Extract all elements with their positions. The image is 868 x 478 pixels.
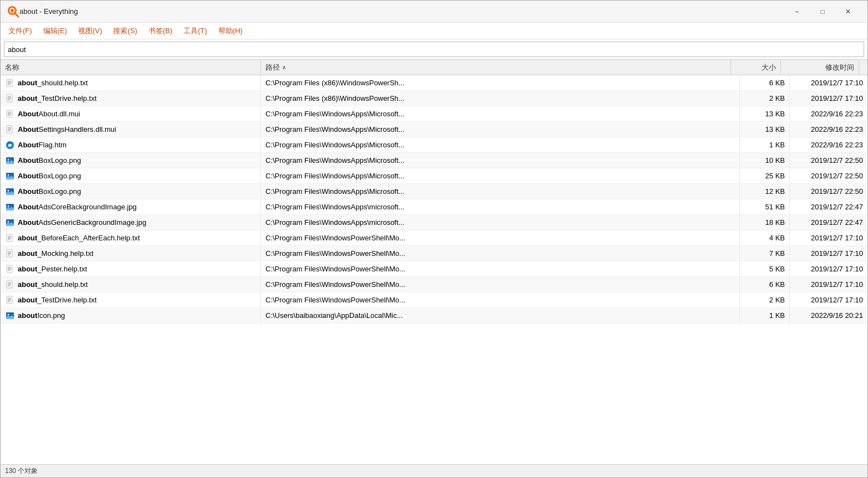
file-modified-cell: 2019/12/7 22:47: [790, 215, 867, 230]
table-row[interactable]: about_BeforeEach_AfterEach.help.txtC:\Pr…: [1, 230, 867, 246]
menu-item-edit[interactable]: 编辑(E): [38, 24, 73, 38]
file-size-cell: 5 KB: [740, 261, 790, 276]
menu-bar: 文件(F)编辑(E)视图(V)搜索(S)书签(B)工具(T)帮助(H): [1, 23, 867, 39]
svg-rect-36: [8, 236, 11, 237]
txt-file-icon: [5, 280, 15, 290]
svg-rect-11: [8, 97, 11, 98]
maximize-button[interactable]: □: [810, 3, 835, 20]
file-path-cell: C:\Program Files\WindowsApps\microsoft..…: [261, 199, 740, 214]
img-file-icon: [5, 202, 15, 212]
table-row[interactable]: AboutAdsCoreBackgroundImage.jpgC:\Progra…: [1, 199, 867, 215]
file-name-cell: AboutAdsCoreBackgroundImage.jpg: [1, 199, 261, 214]
file-name-cell: about_TestDrive.help.txt: [1, 91, 261, 106]
file-name-cell: AboutBoxLogo.png: [1, 184, 261, 199]
column-header-name[interactable]: 名称: [1, 60, 261, 75]
file-modified-cell: 2019/12/7 17:10: [790, 75, 867, 90]
file-name-cell: about_TestDrive.help.txt: [1, 292, 261, 307]
column-header-size[interactable]: 大小: [731, 60, 781, 75]
svg-rect-43: [8, 254, 11, 254]
table-row[interactable]: AboutBoxLogo.pngC:\Program Files\Windows…: [1, 184, 867, 199]
file-name-cell: about_Mocking.help.txt: [1, 246, 261, 261]
file-path-cell: C:\Program Files\WindowsApps\Microsoft..…: [261, 184, 740, 199]
file-size-cell: 13 KB: [740, 106, 790, 121]
file-size-cell: 10 KB: [740, 153, 790, 168]
txt-file-icon: [5, 94, 15, 104]
minimize-button[interactable]: –: [784, 3, 810, 20]
table-row[interactable]: about_should.help.txtC:\Program Files\Wi…: [1, 277, 867, 292]
img-file-icon: [5, 171, 15, 181]
file-path-cell: C:\Program Files\WindowsApps\Microsoft..…: [261, 153, 740, 168]
file-name-cell: about_Pester.help.txt: [1, 261, 261, 276]
file-path-cell: C:\Program Files\WindowsPowerShell\Mo...: [261, 261, 740, 276]
svg-rect-15: [8, 112, 11, 112]
window-controls: – □ ✕: [784, 3, 861, 20]
menu-item-view[interactable]: 视图(V): [73, 24, 108, 38]
table-row[interactable]: AboutFlag.htmC:\Program Files\WindowsApp…: [1, 137, 867, 153]
table-row[interactable]: about_Mocking.help.txtC:\Program Files\W…: [1, 246, 867, 261]
file-path-cell: C:\Program Files\WindowsPowerShell\Mo...: [261, 246, 740, 261]
file-name-cell: AboutAdsGenericBackgroundImage.jpg: [1, 215, 261, 230]
menu-item-bookmarks[interactable]: 书签(B): [143, 24, 178, 38]
svg-rect-10: [8, 96, 11, 97]
svg-rect-20: [8, 127, 11, 128]
svg-rect-49: [8, 270, 10, 271]
svg-rect-41: [8, 251, 11, 252]
file-path-cell: C:\Program Files\WindowsPowerShell\Mo...: [261, 277, 740, 292]
img-file-icon: [5, 156, 15, 166]
file-size-cell: 12 KB: [740, 184, 790, 199]
svg-rect-5: [8, 81, 11, 81]
table-row[interactable]: AboutBoxLogo.pngC:\Program Files\Windows…: [1, 153, 867, 168]
svg-rect-16: [8, 113, 11, 114]
search-input[interactable]: [4, 42, 864, 57]
menu-item-file[interactable]: 文件(F): [3, 24, 38, 38]
file-size-cell: 18 KB: [740, 215, 790, 230]
txt-file-icon: [5, 78, 15, 88]
svg-rect-42: [8, 253, 11, 253]
menu-item-tools[interactable]: 工具(T): [178, 24, 213, 38]
file-modified-cell: 2019/12/7 22:50: [790, 168, 867, 183]
table-row[interactable]: about_TestDrive.help.txtC:\Program Files…: [1, 91, 867, 106]
file-size-cell: 7 KB: [740, 246, 790, 261]
file-modified-cell: 2022/9/16 22:23: [790, 106, 867, 121]
table-row[interactable]: about_should.help.txtC:\Program Files (x…: [1, 75, 867, 91]
svg-rect-47: [8, 268, 11, 269]
menu-item-search[interactable]: 搜索(S): [108, 24, 142, 38]
file-name-cell: AboutFlag.htm: [1, 137, 261, 152]
title-bar: about - Everything – □ ✕: [1, 1, 867, 23]
file-name-cell: AboutBoxLogo.png: [1, 153, 261, 168]
close-button[interactable]: ✕: [835, 3, 861, 20]
file-path-cell: C:\Program Files\WindowsApps\Microsoft..…: [261, 168, 740, 183]
table-row[interactable]: AboutBoxLogo.pngC:\Program Files\Windows…: [1, 168, 867, 184]
table-row[interactable]: aboutIcon.pngC:\Users\baibaoxiang\AppDat…: [1, 308, 867, 323]
file-modified-cell: 2022/9/16 20:21: [790, 308, 867, 323]
img-file-icon: [5, 311, 15, 321]
file-modified-cell: 2019/12/7 17:10: [790, 277, 867, 292]
file-list-container: about_should.help.txtC:\Program Files (x…: [1, 75, 867, 464]
table-row[interactable]: about_Pester.help.txtC:\Program Files\Wi…: [1, 261, 867, 277]
file-size-cell: 2 KB: [740, 91, 790, 106]
file-path-cell: C:\Program Files\WindowsApps\Microsoft..…: [261, 137, 740, 152]
file-modified-cell: 2019/12/7 17:10: [790, 261, 867, 276]
file-path-cell: C:\Program Files\WindowsPowerShell\Mo...: [261, 230, 740, 245]
file-name-cell: AboutSettingsHandlers.dll.mui: [1, 122, 261, 137]
svg-point-2: [11, 9, 14, 12]
status-bar: 130 个对象: [1, 464, 867, 477]
txt-file-icon: [5, 109, 15, 119]
column-header-path[interactable]: 路径 ∧: [261, 60, 731, 75]
menu-item-help[interactable]: 帮助(H): [213, 24, 248, 38]
file-list[interactable]: about_should.help.txtC:\Program Files (x…: [1, 75, 867, 464]
sort-icon: ∧: [282, 64, 286, 70]
table-row[interactable]: about_TestDrive.help.txtC:\Program Files…: [1, 292, 867, 308]
table-row[interactable]: AboutSettingsHandlers.dll.muiC:\Program …: [1, 122, 867, 137]
svg-rect-59: [8, 301, 10, 302]
table-row[interactable]: AboutAbout.dll.muiC:\Program Files\Windo…: [1, 106, 867, 122]
svg-rect-48: [8, 269, 11, 270]
svg-rect-58: [8, 300, 11, 301]
svg-rect-55: [7, 296, 12, 304]
column-header-modified[interactable]: 修改时间: [781, 60, 859, 75]
file-name-cell: AboutBoxLogo.png: [1, 168, 261, 183]
img-file-icon: [5, 187, 15, 197]
table-row[interactable]: AboutAdsGenericBackgroundImage.jpgC:\Pro…: [1, 215, 867, 230]
svg-line-3: [14, 13, 18, 17]
file-path-cell: C:\Program Files\WindowsApps\Microsoft..…: [261, 122, 740, 137]
